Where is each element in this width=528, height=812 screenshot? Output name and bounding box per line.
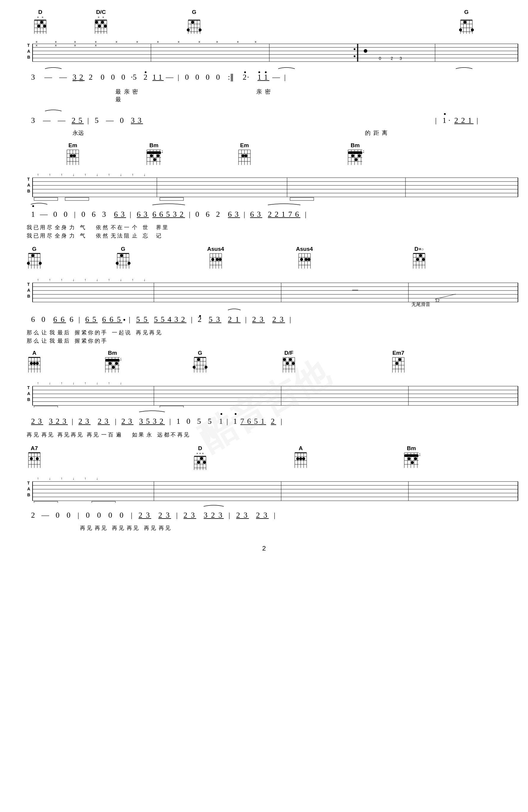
svg-text:—: —: [41, 511, 49, 519]
svg-point-318: [416, 258, 419, 261]
chord-DF-diagram: [281, 356, 296, 374]
svg-text:1: 1: [233, 417, 237, 425]
svg-text:6: 6: [70, 315, 73, 324]
chord-row-5: A Bm: [18, 350, 510, 381]
svg-text:3: 3: [257, 210, 261, 219]
svg-text:↑: ↑: [37, 172, 39, 177]
svg-text::‖: :‖: [228, 73, 234, 82]
svg-point-362: [123, 319, 125, 321]
svg-text:3: 3: [244, 511, 247, 519]
svg-text:6: 6: [61, 315, 64, 324]
svg-text:1: 1: [468, 116, 472, 125]
svg-point-176: [241, 154, 245, 157]
svg-point-190: [358, 154, 361, 157]
svg-text:0: 0: [86, 511, 90, 519]
svg-point-413: [112, 366, 115, 369]
svg-point-564: [414, 457, 417, 460]
svg-text:3: 3: [166, 511, 170, 519]
svg-point-508: [235, 413, 236, 415]
svg-text:2: 2: [162, 150, 163, 154]
svg-text:6: 6: [53, 315, 57, 324]
svg-text:2: 2: [271, 417, 275, 425]
svg-text:1: 1: [442, 116, 446, 125]
svg-text:|: |: [74, 210, 75, 219]
svg-text:|: |: [129, 315, 130, 324]
svg-text:A: A: [27, 288, 30, 293]
svg-text:2: 2: [419, 453, 420, 456]
svg-text:6: 6: [109, 315, 113, 324]
svg-text:2: 2: [181, 315, 185, 324]
svg-text:1: 1: [176, 417, 180, 425]
chord-D2-label: D ×○: [414, 246, 424, 252]
chord-G2-xmarks: [466, 15, 467, 19]
svg-point-539: [203, 461, 206, 464]
svg-text:|: |: [226, 417, 228, 425]
svg-point-65: [354, 48, 355, 50]
chord-A2-diagram: [293, 452, 308, 469]
svg-text:5: 5: [92, 315, 96, 324]
svg-text:5: 5: [136, 315, 140, 324]
svg-point-439: [286, 362, 289, 365]
svg-text:B: B: [27, 294, 30, 299]
notation-svg-5: 2 3 3 2 3 | 2 3 2 3 | 2 3: [27, 407, 519, 429]
svg-text:3: 3: [153, 417, 157, 425]
notation-svg-2: 3 — — 2 5 | 5 — 0 3 3 | 1 · 2 2: [27, 109, 519, 128]
chord-Bm4-diagram: 2: [402, 452, 420, 469]
svg-text:5: 5: [146, 417, 150, 425]
svg-text:·: ·: [247, 73, 249, 82]
lyrics-row-6: 再 见 再 见 再 见 再 见 再 见 再 见: [27, 523, 510, 533]
section-1: D × ×: [18, 9, 510, 103]
svg-text:3: 3: [218, 511, 222, 519]
svg-text:↓: ↓: [144, 172, 146, 177]
chord-Em2: Em: [237, 142, 252, 166]
chord-G1-xmarks: [193, 15, 194, 19]
svg-text:3: 3: [104, 417, 108, 425]
svg-text:6: 6: [102, 315, 106, 324]
svg-text:—: —: [44, 73, 53, 82]
chord-A7-diagram: [27, 452, 42, 469]
svg-text:↑: ↑: [108, 172, 110, 177]
svg-point-319: [422, 258, 425, 261]
chord-A1-diagram: [27, 356, 42, 374]
lyrics-1a: 最 亲 密: [115, 88, 138, 96]
svg-text:0: 0: [41, 315, 45, 324]
svg-text:×: ×: [55, 44, 57, 48]
chord-Em7-diagram: [391, 356, 406, 374]
chord-G3: G: [27, 246, 42, 270]
lyrics-row-5: 再 见 再 见 再 见 再 见 再 见 一 百 遍 如 果 永 远 都 不 再 …: [27, 430, 510, 439]
svg-text:↑: ↑: [132, 277, 134, 282]
lyrics-2b: 的 距 离: [365, 129, 387, 137]
svg-text:·: ·: [449, 116, 451, 125]
svg-text:—: —: [57, 116, 66, 125]
chord-A2: A: [293, 445, 308, 469]
chord-Asus4-2-label: Asus4: [296, 246, 313, 252]
svg-text:2: 2: [72, 116, 75, 125]
svg-text:T: T: [27, 177, 30, 182]
chord-Bm2-label: Bm: [351, 142, 360, 149]
svg-point-269: [27, 262, 30, 265]
svg-text:2: 2: [180, 210, 184, 219]
svg-point-151: [70, 154, 73, 157]
svg-text:2: 2: [363, 150, 364, 154]
section-4: G G: [18, 246, 510, 344]
notation-svg-4: 6 0 6 6 6 | 6 5 6 6 5 |: [27, 306, 519, 327]
chord-Em2-label: Em: [240, 142, 249, 149]
svg-text:6: 6: [92, 210, 96, 219]
svg-text:|: |: [191, 315, 192, 324]
svg-text:2: 2: [184, 511, 187, 519]
svg-text:6: 6: [206, 210, 209, 219]
svg-point-293: [211, 258, 214, 261]
svg-text:×: ×: [157, 40, 159, 44]
svg-text:0: 0: [53, 210, 57, 219]
chord-D2-diagram: [411, 252, 427, 270]
svg-point-412: [108, 362, 112, 365]
svg-rect-561: [404, 454, 419, 457]
svg-text:|: |: [435, 116, 437, 125]
lyrics-1b: 亲 密: [256, 88, 270, 96]
svg-text:0: 0: [101, 73, 104, 82]
svg-point-21: [95, 21, 98, 24]
notation-container-5: 2 3 3 2 3 | 2 3 2 3 | 2 3: [27, 407, 510, 430]
svg-point-438: [289, 358, 292, 361]
svg-text:×: ×: [136, 40, 138, 44]
svg-text:T: T: [27, 385, 30, 390]
